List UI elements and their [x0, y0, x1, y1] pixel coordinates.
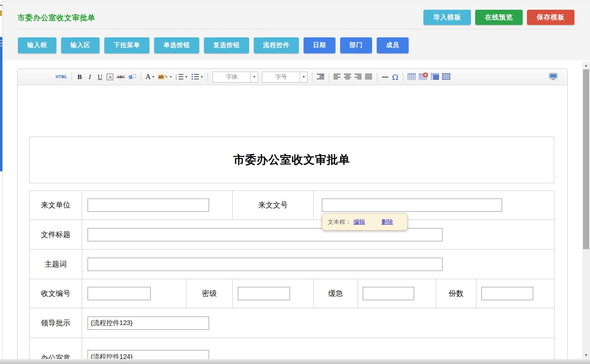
incoming-doc-number-input[interactable]: [322, 199, 502, 212]
field-label-receipt-number: 收文编号: [30, 279, 82, 308]
widget-member-button[interactable]: 成员: [377, 37, 409, 53]
widget-radio-button[interactable]: 单选按钮: [154, 37, 199, 53]
fullscreen-button[interactable]: [548, 72, 559, 83]
receipt-number-input[interactable]: [88, 287, 151, 300]
scrollbar-thumb[interactable]: [583, 69, 589, 249]
security-level-input[interactable]: [238, 287, 290, 300]
svg-text:3: 3: [176, 78, 177, 80]
delete-table-button[interactable]: [418, 72, 429, 83]
left-fragment-tan: [0, 11, 2, 16]
horizontal-rule-button[interactable]: —: [380, 72, 390, 83]
indent-button[interactable]: [316, 72, 326, 83]
field-label-incoming-unit: 来文单位: [30, 191, 82, 220]
urgency-input[interactable]: [363, 287, 414, 300]
chevron-down-icon[interactable]: ▼: [250, 72, 258, 82]
table-row: 文件标题: [30, 220, 555, 250]
scrollbar-up-arrow[interactable]: ▲: [582, 62, 590, 69]
form-fields-table: 来文单位 来文文号 文件标题 主题词: [29, 190, 555, 364]
action-buttons: 导入模板 在线预览 保存模板: [423, 10, 574, 25]
field-label-leader-instructions: 领导批示: [30, 308, 82, 338]
font-size-value: 字号: [262, 73, 300, 81]
remove-format-button[interactable]: [127, 72, 138, 83]
left-strip-tick: [0, 43, 2, 44]
edit-control-link[interactable]: 编辑: [353, 218, 365, 226]
table-grid-icon: [442, 73, 450, 81]
chevron-down-icon: ▼: [169, 75, 172, 79]
italic-button[interactable]: I: [85, 72, 95, 83]
document-title: 市委办公室收文审批单: [234, 152, 350, 168]
widget-dropdown-button[interactable]: 下拉菜单: [104, 37, 149, 53]
field-label-urgency: 缓急: [314, 279, 358, 308]
html-source-button[interactable]: HTML: [54, 72, 68, 83]
pencil-icon: ✎: [165, 74, 168, 79]
rich-text-editor: HTML B I U A ABC A ▼ ab ✎ ▼: [17, 69, 568, 364]
bottom-scrollbar-strip[interactable]: [0, 359, 590, 364]
bold-button[interactable]: B: [75, 72, 84, 83]
vertical-scrollbar[interactable]: ▲ ▼: [582, 62, 590, 359]
align-justify-icon: [365, 74, 372, 81]
align-right-icon: [355, 74, 362, 81]
widget-checkbox-button[interactable]: 复选按钮: [204, 37, 249, 53]
monitor-icon: [549, 73, 558, 81]
font-family-select[interactable]: 字体 ▼: [212, 72, 258, 83]
font-color-a-icon: A: [146, 73, 151, 81]
table-row: 领导批示: [30, 308, 555, 338]
widget-department-button[interactable]: 部门: [340, 37, 372, 53]
copies-input[interactable]: [481, 287, 533, 300]
page-title: 市委办公室收文审批单: [18, 13, 95, 23]
align-center-button[interactable]: [343, 72, 353, 83]
online-preview-button[interactable]: 在线预览: [475, 10, 523, 25]
field-cell: [82, 191, 233, 220]
ordered-list-button[interactable]: 123 ▼: [174, 72, 189, 83]
unordered-list-button[interactable]: ▼: [190, 72, 205, 83]
subject-words-input[interactable]: [88, 258, 442, 271]
widget-textarea-button[interactable]: 输入区: [61, 37, 100, 53]
align-center-icon: [344, 74, 351, 81]
font-size-select[interactable]: 字号 ▼: [262, 72, 307, 83]
left-strip-tick: [0, 46, 2, 46]
eraser-icon: [128, 73, 137, 81]
table-delete-icon: [419, 73, 428, 81]
strikethrough-button[interactable]: ABC: [116, 72, 126, 83]
font-color-button[interactable]: A ▼: [144, 72, 156, 83]
table-icon: [407, 73, 416, 81]
field-label-security-level: 密级: [186, 279, 233, 308]
widget-input-box-button[interactable]: 输入框: [18, 37, 56, 53]
align-justify-button[interactable]: [364, 72, 374, 83]
delete-control-link[interactable]: 删除: [381, 218, 393, 226]
toolbar-separator: [72, 72, 72, 82]
document-title-box[interactable]: 市委办公室收文审批单: [29, 137, 554, 183]
char-border-button[interactable]: A: [105, 72, 115, 83]
field-label-copies: 份数: [436, 279, 476, 308]
toolbar-separator: [329, 72, 329, 82]
toolbar-separator: [207, 72, 208, 82]
import-template-button[interactable]: 导入模板: [423, 10, 471, 25]
highlight-color-button[interactable]: ab ✎ ▼: [157, 72, 174, 83]
widget-flow-control-button[interactable]: 流程控件: [254, 37, 299, 53]
chevron-down-icon[interactable]: ▼: [300, 72, 307, 82]
font-family-value: 字体: [213, 73, 250, 81]
align-left-icon: [334, 74, 341, 81]
special-char-button[interactable]: Ω: [390, 72, 400, 83]
underline-button[interactable]: U: [95, 72, 105, 83]
scrollbar-down-arrow[interactable]: ▼: [582, 352, 590, 358]
editor-toolbar: HTML B I U A ABC A ▼ ab ✎ ▼: [18, 69, 567, 85]
header-divider: [18, 29, 580, 29]
indent-icon: [317, 74, 325, 81]
leader-instructions-input[interactable]: [88, 317, 209, 330]
save-template-button[interactable]: 保存模板: [527, 10, 574, 25]
field-cell: [82, 308, 555, 338]
field-cell: [82, 220, 555, 250]
left-strip-tick: [0, 40, 2, 41]
field-cell: [233, 279, 314, 308]
table-properties-button[interactable]: [441, 72, 451, 83]
screen: 市委办公室收文审批单 导入模板 在线预览 保存模板 输入框 输入区 下拉菜单 单…: [0, 0, 590, 364]
widget-date-button[interactable]: 日期: [304, 37, 335, 53]
chevron-down-icon: ▼: [152, 75, 155, 79]
align-left-button[interactable]: [332, 72, 342, 83]
table-merge-cell-button[interactable]: [430, 72, 440, 83]
insert-table-button[interactable]: [406, 72, 417, 83]
ordered-list-icon: 123: [176, 73, 184, 81]
align-right-button[interactable]: [353, 72, 363, 83]
incoming-unit-input[interactable]: [88, 199, 209, 212]
